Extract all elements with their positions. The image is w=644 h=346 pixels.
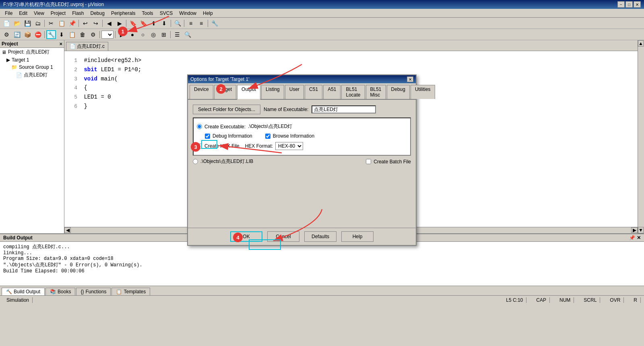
dialog-tab-bl51-locate[interactable]: BL51 Locate (341, 85, 365, 99)
dialog-titlebar: Options for Target 'Target 1' ✕ (188, 75, 416, 83)
create-exec-row: Create Executable: .\Objects\点亮LED灯 (197, 123, 407, 130)
dialog-footer: OK Cancel Defaults Help (188, 228, 416, 245)
options-dialog: Options for Target 'Target 1' ✕ Device T… (187, 74, 417, 246)
dialog-overlay: Options for Target 'Target 1' ✕ Device T… (0, 0, 644, 346)
dialog-tab-c51[interactable]: C51 (305, 85, 322, 99)
dialog-tab-user[interactable]: User (285, 85, 304, 99)
dialog-content: Select Folder for Objects... Name of Exe… (188, 100, 416, 228)
dialog-tab-listing[interactable]: Listing (261, 85, 284, 99)
create-exec-label: Create Executable: (204, 124, 246, 130)
dialog-tab-debug[interactable]: Debug (387, 85, 410, 99)
executable-input[interactable] (312, 105, 376, 113)
output-settings-panel: Create Executable: .\Objects\点亮LED灯 Debu… (193, 117, 411, 156)
dialog-tab-output[interactable]: Output (237, 85, 260, 100)
browse-info-row: Browse Information (265, 133, 314, 139)
dialog-tab-bl51-misc[interactable]: BL51 Misc (366, 85, 386, 99)
select-folder-btn[interactable]: Select Folder for Objects... (193, 105, 260, 114)
ok-button[interactable]: OK (230, 231, 262, 242)
dialog-tabs: Device Target Output Listing User C51 A5… (188, 83, 416, 100)
browse-info-checkbox[interactable] (265, 134, 270, 139)
create-hex-checkbox[interactable] (197, 144, 202, 149)
lib-row: .\Objects\点亮LED灯.LIB Create Batch File (193, 158, 411, 165)
cancel-button[interactable]: Cancel (267, 231, 299, 242)
debug-info-label: Debug Information (213, 133, 252, 139)
debug-info-checkbox[interactable] (205, 134, 210, 139)
debug-info-row: Debug Information (205, 133, 252, 139)
dialog-tab-device[interactable]: Device (190, 85, 213, 99)
create-hex-label: Create HEX File (204, 143, 239, 149)
hex-format-select[interactable]: HEX-80 HEX-86 (275, 142, 303, 150)
lib-path: .\Objects\点亮LED灯.LIB (200, 158, 253, 165)
help-button[interactable]: Help (341, 231, 374, 242)
exec-path: .\Objects\点亮LED灯 (248, 123, 292, 130)
lib-radio[interactable] (193, 159, 198, 164)
create-batch-label: Create Batch File (374, 159, 411, 165)
create-hex-row: Create HEX File HEX Format: HEX-80 HEX-8… (197, 142, 407, 150)
hex-format-label: HEX Format: (245, 143, 273, 149)
defaults-button[interactable]: Defaults (304, 231, 336, 242)
empty-space (193, 167, 411, 223)
create-batch-checkbox[interactable] (366, 159, 371, 164)
name-label: Name of Executable: (264, 107, 308, 112)
dialog-close-btn[interactable]: ✕ (407, 76, 413, 82)
dialog-tab-a51[interactable]: A51 (323, 85, 341, 99)
info-row: Debug Information Browse Information (197, 132, 407, 140)
dialog-tab-target[interactable]: Target (214, 85, 236, 99)
create-exec-radio[interactable] (197, 124, 202, 129)
dialog-tab-utilities[interactable]: Utilities (411, 85, 435, 99)
browse-info-label: Browse Information (273, 133, 314, 139)
folder-row: Select Folder for Objects... Name of Exe… (193, 105, 411, 114)
dialog-title: Options for Target 'Target 1' (190, 76, 407, 82)
